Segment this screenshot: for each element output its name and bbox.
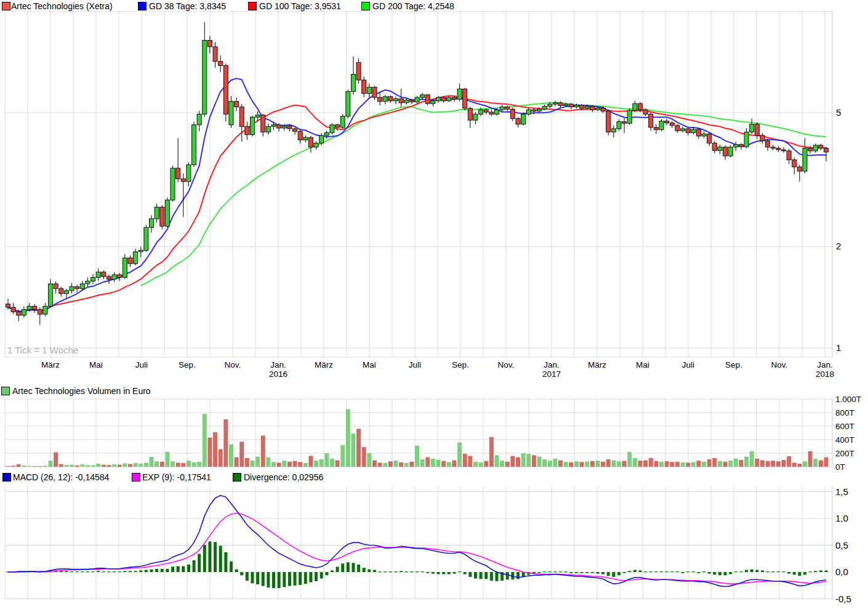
svg-text:Juli: Juli — [135, 360, 148, 369]
chart-canvas: 5211.000T800T600T400T200T0T1,51,00,50,0-… — [0, 0, 868, 609]
svg-text:200T: 200T — [835, 449, 854, 458]
stock-chart-page: 5211.000T800T600T400T200T0T1,51,00,50,0-… — [0, 0, 868, 609]
svg-text:Sep.: Sep. — [452, 360, 469, 369]
svg-text:Nov.: Nov. — [498, 360, 515, 369]
gd38-swatch — [138, 2, 147, 10]
svg-text:0T: 0T — [835, 462, 845, 472]
svg-text:5: 5 — [836, 107, 841, 118]
exp-label: EXP (9): -0,17541 — [142, 472, 211, 482]
gd200-swatch — [361, 2, 370, 10]
exp-swatch — [132, 473, 140, 482]
svg-text:Mai: Mai — [636, 360, 649, 369]
svg-text:Mai: Mai — [89, 360, 103, 369]
svg-text:600T: 600T — [835, 422, 854, 431]
gd100-swatch — [248, 2, 257, 10]
svg-text:1.000T: 1.000T — [835, 395, 861, 404]
price-series-swatch — [2, 2, 10, 10]
svg-text:0,0: 0,0 — [835, 567, 848, 577]
svg-text:Juli: Juli — [682, 360, 694, 369]
svg-text:400T: 400T — [835, 435, 854, 445]
moving-averages-layer — [8, 78, 826, 311]
gd38-label: GD 38 Tage: 3,8345 — [149, 1, 226, 11]
svg-text:März: März — [588, 360, 606, 369]
macd-swatch — [2, 473, 11, 482]
svg-text:0,5: 0,5 — [835, 540, 848, 551]
gd100-label: GD 100 Tage: 3,9531 — [259, 1, 341, 11]
svg-text:Nov.: Nov. — [225, 360, 241, 369]
svg-text:Jan.: Jan. — [817, 360, 833, 369]
svg-text:Jan.: Jan. — [544, 360, 560, 369]
gd200-label: GD 200 Tage: 4,2548 — [372, 1, 454, 11]
volume-series-label: Artec Technologies Volumen in Euro — [12, 386, 151, 396]
divergence-swatch — [233, 473, 241, 482]
svg-text:-0,5: -0,5 — [835, 594, 851, 604]
svg-text:Jan.: Jan. — [270, 360, 286, 369]
svg-text:1,5: 1,5 — [835, 486, 848, 497]
svg-text:Juli: Juli — [409, 360, 421, 369]
svg-text:Mai: Mai — [363, 360, 376, 369]
svg-text:Sep.: Sep. — [725, 360, 742, 369]
svg-text:2017: 2017 — [542, 369, 561, 379]
price-series-label: Artec Technologies (Xetra) — [11, 1, 113, 11]
svg-text:1: 1 — [836, 342, 841, 353]
volume-series-swatch — [1, 387, 10, 395]
svg-text:März: März — [41, 360, 60, 369]
macd-lines-layer — [8, 496, 826, 587]
tick-interval-note: 1 Tick = 1 Woche — [7, 345, 78, 355]
svg-text:2: 2 — [836, 241, 841, 251]
candlestick-layer — [6, 22, 829, 325]
svg-text:Nov.: Nov. — [771, 360, 788, 369]
svg-text:1,0: 1,0 — [835, 513, 848, 523]
svg-text:2018: 2018 — [816, 369, 834, 379]
svg-text:Sep.: Sep. — [179, 360, 196, 369]
macd-label: MACD (26, 12): -0,14584 — [13, 472, 109, 482]
divergence-label: Divergence: 0,02956 — [244, 472, 323, 482]
volume-bars-layer — [6, 409, 829, 467]
svg-text:800T: 800T — [835, 408, 854, 417]
svg-text:2016: 2016 — [269, 369, 287, 379]
svg-text:März: März — [315, 360, 333, 369]
